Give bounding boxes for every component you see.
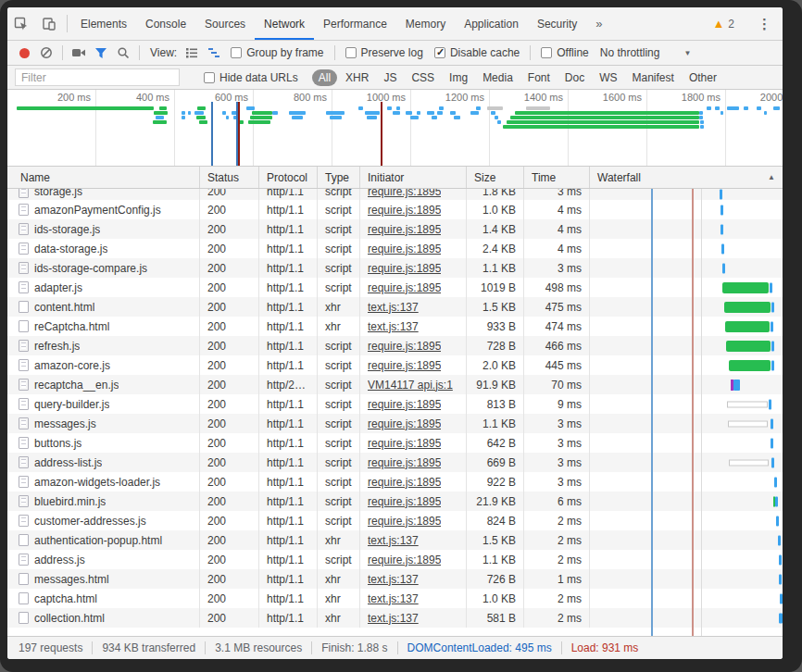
table-row[interactable]: captcha.html200http/1.1xhrtext.js:1371.0…	[7, 589, 783, 608]
record-button[interactable]	[13, 43, 35, 63]
table-row[interactable]: customer-addresses.js200http/1.1scriptre…	[7, 511, 783, 530]
filter-pill-media[interactable]: Media	[476, 69, 520, 86]
table-row[interactable]: buttons.js200http/1.1scriptrequire.js:18…	[7, 433, 783, 453]
search-button[interactable]	[112, 43, 134, 63]
table-row[interactable]: ids-storage-compare.js200http/1.1scriptr…	[7, 258, 783, 278]
table-row[interactable]: reCaptcha.html200http/1.1xhrtext.js:1379…	[7, 317, 783, 336]
column-header-status[interactable]: Status	[200, 167, 259, 188]
column-header-waterfall[interactable]: Waterfall▲	[590, 167, 783, 188]
initiator-link[interactable]: require.js:1895	[368, 515, 441, 528]
initiator-link[interactable]: require.js:1895	[368, 359, 441, 372]
table-row[interactable]: data-storage.js200http/1.1scriptrequire.…	[7, 239, 783, 258]
screenshot-button[interactable]	[68, 43, 90, 63]
table-row[interactable]: messages.html200http/1.1xhrtext.js:13772…	[7, 569, 783, 589]
initiator-link[interactable]: VM14117 api.js:1	[368, 379, 453, 392]
initiator-link[interactable]: text.js:137	[368, 320, 419, 333]
waterfall-cell	[590, 394, 783, 414]
kebab-menu-icon[interactable]: ⋮	[750, 16, 779, 32]
initiator-link[interactable]: require.js:1895	[368, 476, 441, 489]
filter-button[interactable]	[90, 43, 112, 63]
filter-pill-other[interactable]: Other	[683, 69, 723, 86]
filter-input[interactable]	[15, 68, 180, 86]
table-row[interactable]: adapter.js200http/1.1scriptrequire.js:18…	[7, 278, 783, 297]
time-cell: 2 ms	[524, 550, 590, 569]
throttling-select[interactable]: No throttling ▼	[600, 46, 692, 59]
sort-ascending-icon[interactable]: ▲	[768, 173, 775, 181]
column-header-time[interactable]: Time	[524, 167, 590, 188]
inspect-element-button[interactable]	[7, 7, 35, 40]
tab-performance[interactable]: Performance	[314, 7, 396, 40]
initiator-link[interactable]: text.js:137	[368, 301, 419, 314]
view-waterfall-button[interactable]	[203, 43, 225, 63]
initiator-link[interactable]: require.js:1895	[368, 554, 441, 566]
initiator-link[interactable]: require.js:1895	[368, 437, 441, 450]
offline-checkbox[interactable]: Offline	[541, 46, 588, 59]
console-warning-badge[interactable]: ▲ 2	[705, 18, 742, 31]
table-row[interactable]: amazon-core.js200http/1.1scriptrequire.j…	[7, 355, 783, 375]
clear-button[interactable]	[35, 43, 57, 63]
table-row[interactable]: ids-storage.js200http/1.1scriptrequire.j…	[7, 219, 783, 239]
initiator-link[interactable]: require.js:1895	[368, 189, 441, 198]
device-toolbar-button[interactable]	[35, 7, 63, 40]
filter-pill-xhr[interactable]: XHR	[339, 69, 375, 86]
column-header-type[interactable]: Type	[318, 167, 360, 188]
table-row[interactable]: query-builder.js200http/1.1scriptrequire…	[7, 394, 783, 414]
initiator-link[interactable]: require.js:1895	[368, 417, 441, 430]
view-list-button[interactable]	[181, 43, 203, 63]
initiator-link[interactable]: text.js:137	[368, 592, 419, 605]
tab-application[interactable]: Application	[455, 7, 528, 40]
tab-security[interactable]: Security	[528, 7, 586, 40]
initiator-link[interactable]: require.js:1895	[368, 223, 441, 236]
tab-sources[interactable]: Sources	[195, 7, 255, 40]
initiator-link[interactable]: text.js:137	[368, 534, 419, 547]
table-row[interactable]: refresh.js200http/1.1scriptrequire.js:18…	[7, 336, 783, 355]
hide-data-urls-checkbox[interactable]: Hide data URLs	[204, 71, 298, 84]
checkbox	[204, 72, 215, 83]
request-name-cell: address.js	[7, 550, 200, 569]
filter-pill-img[interactable]: Img	[443, 69, 474, 86]
table-row[interactable]: content.html200http/1.1xhrtext.js:1371.5…	[7, 297, 783, 317]
table-row[interactable]: storage.js200http/1.1scriptrequire.js:18…	[7, 189, 783, 200]
initiator-link[interactable]: require.js:1895	[368, 243, 441, 255]
filter-pill-css[interactable]: CSS	[405, 69, 441, 86]
table-row[interactable]: amazonPaymentConfig.js200http/1.1scriptr…	[7, 200, 783, 219]
filter-pill-doc[interactable]: Doc	[558, 69, 591, 86]
tab-elements[interactable]: Elements	[71, 7, 136, 40]
initiator-link[interactable]: require.js:1895	[368, 456, 441, 469]
filter-pill-manifest[interactable]: Manifest	[626, 69, 681, 86]
filter-pill-font[interactable]: Font	[521, 69, 557, 86]
overview-axis-label: 1000 ms	[341, 92, 406, 103]
filter-pill-all[interactable]: All	[312, 69, 337, 86]
filter-pill-js[interactable]: JS	[377, 69, 403, 86]
table-row[interactable]: bluebird.min.js200http/1.1scriptrequire.…	[7, 492, 783, 511]
initiator-link[interactable]: require.js:1895	[368, 398, 441, 411]
more-tabs-chevron[interactable]: »	[586, 7, 611, 40]
tab-console[interactable]: Console	[136, 7, 195, 40]
disable-cache-checkbox[interactable]: Disable cache	[434, 46, 520, 59]
table-row[interactable]: authentication-popup.html200http/1.1xhrt…	[7, 530, 783, 550]
column-header-initiator[interactable]: Initiator	[360, 167, 467, 188]
tab-memory[interactable]: Memory	[396, 7, 455, 40]
initiator-link[interactable]: require.js:1895	[368, 281, 441, 294]
table-row[interactable]: address.js200http/1.1scriptrequire.js:18…	[7, 550, 783, 569]
tab-network[interactable]: Network	[255, 7, 314, 40]
initiator-link[interactable]: text.js:137	[368, 573, 419, 586]
table-row[interactable]: amazon-widgets-loader.js200http/1.1scrip…	[7, 472, 783, 492]
initiator-link[interactable]: require.js:1895	[368, 204, 441, 217]
group-by-frame-checkbox[interactable]: Group by frame	[231, 46, 323, 59]
preserve-log-checkbox[interactable]: Preserve log	[345, 46, 423, 59]
filter-pill-ws[interactable]: WS	[593, 69, 623, 86]
initiator-link[interactable]: require.js:1895	[368, 495, 441, 508]
overview-timeline[interactable]: 200 ms400 ms600 ms800 ms1000 ms1200 ms14…	[7, 90, 783, 166]
initiator-link[interactable]: text.js:137	[368, 612, 419, 625]
initiator-link[interactable]: require.js:1895	[368, 262, 441, 275]
column-header-protocol[interactable]: Protocol	[259, 167, 318, 188]
table-row[interactable]: recaptcha__en.js200http/2…scriptVM14117 …	[7, 375, 783, 394]
table-row[interactable]: address-list.js200http/1.1scriptrequire.…	[7, 453, 783, 472]
column-header-name[interactable]: Name	[7, 167, 200, 188]
initiator-link[interactable]: require.js:1895	[368, 340, 441, 353]
column-header-size[interactable]: Size	[467, 167, 524, 188]
waterfall-bar	[780, 593, 783, 604]
table-row[interactable]: collection.html200http/1.1xhrtext.js:137…	[7, 608, 783, 628]
table-row[interactable]: messages.js200http/1.1scriptrequire.js:1…	[7, 414, 783, 433]
